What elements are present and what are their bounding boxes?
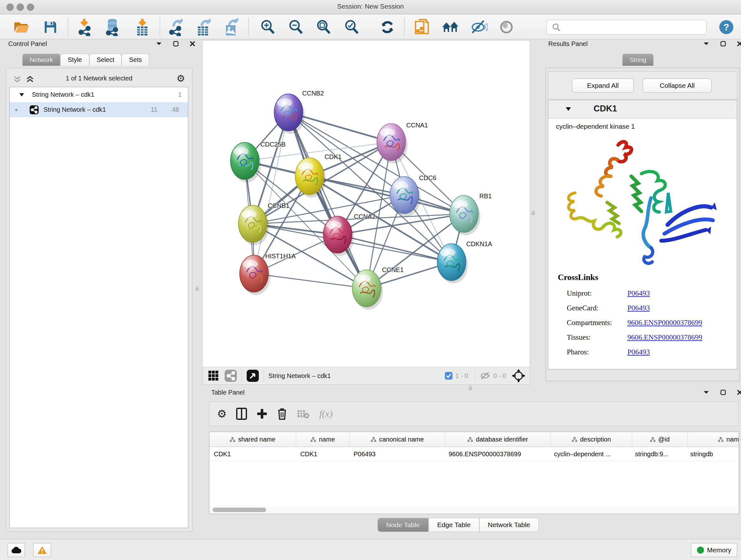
node-ccna1[interactable]	[377, 124, 408, 164]
search-input[interactable]	[562, 23, 706, 31]
float-panel-icon[interactable]	[720, 389, 726, 395]
show-details-icon[interactable]	[497, 18, 515, 36]
tree-expand-icon[interactable]	[19, 93, 24, 97]
birds-eye-view-icon[interactable]	[246, 369, 259, 382]
bottom-splitter-handle[interactable]	[468, 385, 472, 390]
collapse-panel-icon[interactable]	[703, 42, 710, 46]
left-splitter-handle[interactable]	[195, 286, 199, 291]
window-title: Session: New Session	[0, 3, 741, 10]
node-cdkn1a[interactable]	[437, 244, 468, 284]
tab-style[interactable]: Style	[60, 54, 89, 66]
float-panel-icon[interactable]	[173, 41, 179, 47]
node-cdc6[interactable]	[390, 177, 421, 216]
column-header-namespace[interactable]: namespace	[688, 432, 739, 447]
column-header-name[interactable]: name	[296, 432, 350, 447]
table-options-gear-icon[interactable]: ⚙	[217, 408, 226, 420]
tab-network[interactable]: Network	[22, 54, 60, 66]
refresh-icon[interactable]	[379, 18, 396, 36]
fit-selected-crosshair-icon[interactable]	[512, 369, 525, 382]
clone-network-icon[interactable]	[413, 18, 431, 36]
node-ccne1[interactable]	[352, 270, 383, 310]
protein-card-header[interactable]: CDK1	[548, 100, 737, 118]
crosslink-value[interactable]: 9606.ENSP00000378699	[627, 319, 702, 327]
float-panel-icon[interactable]	[720, 41, 726, 47]
warnings-button[interactable]	[33, 543, 51, 557]
open-session-icon[interactable]	[13, 18, 30, 36]
tab-select[interactable]: Select	[89, 54, 122, 66]
column-header-description[interactable]: description	[551, 432, 632, 447]
tab-string[interactable]: String	[622, 54, 654, 66]
export-image-icon[interactable]	[223, 18, 241, 36]
crosslink-value[interactable]: P06493	[627, 289, 650, 298]
node-ccna2[interactable]	[323, 216, 354, 256]
collapse-panel-icon[interactable]	[156, 42, 162, 46]
node-ccnb2[interactable]	[274, 94, 305, 134]
node-ccnb1[interactable]	[239, 205, 269, 245]
crosslink-value[interactable]: P06493	[627, 348, 650, 356]
toolbar-separator	[159, 17, 160, 36]
collapse-panel-icon[interactable]	[703, 390, 710, 395]
edge-ccna2-cdkn1a[interactable]	[338, 235, 452, 262]
zoom-in-icon[interactable]	[259, 18, 277, 36]
cloud-status-button[interactable]	[8, 543, 25, 557]
import-network-database-icon[interactable]	[104, 18, 122, 36]
grid-view-icon[interactable]	[208, 370, 219, 381]
search-field[interactable]	[546, 20, 706, 35]
network-collection-row[interactable]: String Network – cdk1 1	[10, 87, 188, 102]
svg-text:?: ?	[724, 22, 729, 32]
column-header-shared-name[interactable]: shared name	[209, 432, 296, 447]
save-session-icon[interactable]	[42, 18, 59, 36]
hide-details-icon[interactable]	[470, 18, 488, 36]
table-cell: 9606.ENSP00000378699	[444, 447, 549, 461]
help-icon[interactable]: ?	[718, 18, 735, 36]
edge-ccnb2-hist1h1a[interactable]	[254, 112, 288, 273]
edge-ccnb2-ccne1[interactable]	[288, 112, 367, 288]
zoom-out-icon[interactable]	[287, 18, 305, 36]
table-row[interactable]: CDK1CDK1P064939606.ENSP00000378699cyclin…	[209, 447, 739, 461]
tab-edge-table[interactable]: Edge Table	[428, 518, 479, 532]
create-column-icon[interactable]	[257, 408, 267, 419]
right-splitter-handle[interactable]	[531, 210, 535, 215]
close-panel-icon[interactable]	[190, 41, 195, 47]
zoom-selected-icon[interactable]	[343, 18, 361, 36]
show-columns-icon[interactable]	[236, 408, 247, 420]
column-tree-icon	[572, 437, 577, 442]
zoom-fit-icon[interactable]	[315, 18, 333, 36]
column-header-@id[interactable]: @id	[632, 432, 688, 447]
column-header-canonical-name[interactable]: canonical name	[350, 432, 445, 447]
tab-sets[interactable]: Sets	[122, 54, 149, 66]
crosslink-label: Tissues:	[567, 333, 627, 341]
network-row[interactable]: ● String Network – cdk1 11 48	[10, 102, 188, 117]
network-options-gear-icon[interactable]: ⚙	[177, 73, 185, 84]
collapse-card-icon[interactable]	[565, 107, 571, 111]
import-table-icon[interactable]	[133, 18, 151, 36]
horizontal-scrollbar[interactable]	[209, 507, 739, 513]
crosslink-row: GeneCard:P06493	[567, 301, 733, 315]
network-view-mode-icon[interactable]	[224, 369, 237, 382]
node-hist1h1a[interactable]	[240, 255, 270, 295]
network-view[interactable]: CCNB2CCNA1CDC25BCDK1CDC6RB1CCNB1CCNA2CDK…	[202, 40, 530, 367]
home-view-icon[interactable]	[442, 18, 460, 36]
expand-all-button[interactable]: Expand All	[572, 78, 634, 92]
import-network-file-icon[interactable]	[77, 18, 95, 36]
collapse-all-button[interactable]: Collapse All	[643, 78, 712, 92]
scrollbar-thumb[interactable]	[212, 508, 266, 512]
export-table-icon[interactable]	[195, 18, 213, 36]
column-header-database-identifier[interactable]: database identifier	[445, 432, 551, 447]
column-tree-icon	[371, 437, 376, 442]
table-cell: CDK1	[209, 447, 296, 461]
edge-hist1h1a-ccne1[interactable]	[254, 273, 367, 288]
crosslink-value[interactable]: P06493	[627, 304, 650, 312]
tab-node-table[interactable]: Node Table	[378, 518, 428, 532]
crosslink-row: Compartments:9606.ENSP00000378699	[567, 315, 733, 330]
selected-checkbox-icon[interactable]	[445, 372, 453, 380]
memory-button[interactable]: Memory	[691, 543, 737, 557]
export-network-icon[interactable]	[168, 18, 186, 36]
tab-network-table[interactable]: Network Table	[479, 518, 539, 532]
close-panel-icon[interactable]	[737, 41, 741, 47]
node-cdk1[interactable]	[295, 158, 326, 198]
close-panel-icon[interactable]	[737, 389, 741, 395]
crosslink-value[interactable]: 9606.ENSP00000378699	[627, 333, 702, 341]
node-rb1[interactable]	[450, 195, 480, 235]
delete-column-icon[interactable]	[277, 408, 287, 420]
